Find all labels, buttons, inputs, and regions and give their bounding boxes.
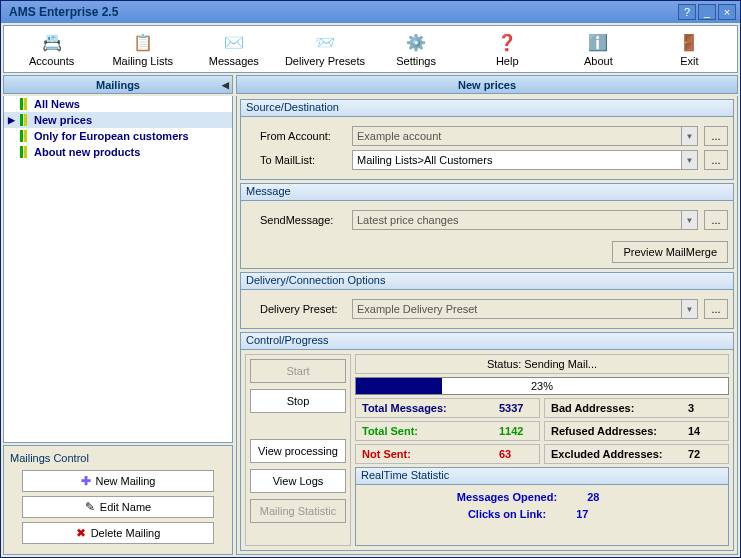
view-processing-button[interactable]: View processing xyxy=(250,439,346,463)
delivery-presets-icon: 📨 xyxy=(314,31,336,53)
help-button[interactable]: ? xyxy=(678,4,696,20)
send-message-browse[interactable]: ... xyxy=(704,210,728,230)
toolbar-about[interactable]: ℹ️About xyxy=(553,28,644,70)
delivery-preset-combo[interactable]: Example Delivery Preset▼ xyxy=(352,299,698,319)
stop-button[interactable]: Stop xyxy=(250,389,346,413)
excluded-addresses-stat: Excluded Addresses:72 xyxy=(544,444,729,464)
delivery-preset-label: Delivery Preset: xyxy=(246,303,346,315)
plus-icon: ✚ xyxy=(81,474,91,488)
help-icon: ❓ xyxy=(496,31,518,53)
toolbar-exit[interactable]: 🚪Exit xyxy=(644,28,735,70)
message-group: Message SendMessage: Latest price change… xyxy=(240,183,734,269)
total-sent-stat: Total Sent:1142 xyxy=(355,421,540,441)
progress-bar: 23% xyxy=(355,377,729,395)
mailing-item-european[interactable]: Only for European customers xyxy=(4,128,232,144)
minimize-button[interactable]: _ xyxy=(698,4,716,20)
chevron-down-icon: ▼ xyxy=(681,300,697,318)
preview-mailmerge-button[interactable]: Preview MailMerge xyxy=(612,241,728,263)
mailing-status-icon xyxy=(20,98,30,110)
chevron-down-icon: ▼ xyxy=(681,211,697,229)
edit-name-button[interactable]: ✎Edit Name xyxy=(22,496,214,518)
mailing-status-icon xyxy=(20,114,30,126)
settings-icon: ⚙️ xyxy=(405,31,427,53)
close-button[interactable]: × xyxy=(718,4,736,20)
delete-icon: ✖ xyxy=(76,526,86,540)
edit-icon: ✎ xyxy=(85,500,95,514)
toolbar-help[interactable]: ❓Help xyxy=(462,28,553,70)
right-column: New prices Source/Destination From Accou… xyxy=(236,75,738,555)
mailing-lists-icon: 📋 xyxy=(132,31,154,53)
exit-icon: 🚪 xyxy=(678,31,700,53)
source-destination-group: Source/Destination From Account: Example… xyxy=(240,99,734,180)
send-message-label: SendMessage: xyxy=(246,214,346,226)
new-mailing-button[interactable]: ✚New Mailing xyxy=(22,470,214,492)
messages-icon: ✉️ xyxy=(223,31,245,53)
mailing-item-new-prices[interactable]: ▶New prices xyxy=(4,112,232,128)
status-text: Status: Sending Mail... xyxy=(355,354,729,374)
bad-addresses-stat: Bad Addresses:3 xyxy=(544,398,729,418)
progress-area: Status: Sending Mail... 23% Total Messag… xyxy=(355,354,729,546)
to-maillist-combo[interactable]: Mailing Lists>All Customers▼ xyxy=(352,150,698,170)
from-account-label: From Account: xyxy=(246,130,346,142)
start-button: Start xyxy=(250,359,346,383)
control-buttons: Start Stop View processing View Logs Mai… xyxy=(245,354,351,546)
toolbar-settings[interactable]: ⚙️Settings xyxy=(371,28,462,70)
detail-title: New prices xyxy=(236,75,738,94)
left-column: Mailings ◀ All News ▶New prices Only for… xyxy=(3,75,233,555)
mailing-item-new-products[interactable]: About new products xyxy=(4,144,232,160)
control-progress-group: Control/Progress Start Stop View process… xyxy=(240,332,734,551)
app-window: AMS Enterprise 2.5 ? _ × 📇Accounts 📋Mail… xyxy=(0,0,741,558)
send-message-combo[interactable]: Latest price changes▼ xyxy=(352,210,698,230)
mailings-control-title: Mailings Control xyxy=(10,452,226,464)
to-maillist-label: To MailList: xyxy=(246,154,346,166)
about-icon: ℹ️ xyxy=(587,31,609,53)
delivery-preset-browse[interactable]: ... xyxy=(704,299,728,319)
mailings-panel-head: Mailings ◀ xyxy=(3,75,233,94)
not-sent-stat: Not Sent:63 xyxy=(355,444,540,464)
realtime-statistic-group: RealTime Statistic Messages Opened:28 Cl… xyxy=(355,467,729,546)
toolbar-messages[interactable]: ✉️Messages xyxy=(188,28,279,70)
main-toolbar: 📇Accounts 📋Mailing Lists ✉️Messages 📨Del… xyxy=(3,25,738,73)
detail-body: Source/Destination From Account: Example… xyxy=(236,96,738,555)
mailing-status-icon xyxy=(20,130,30,142)
accounts-icon: 📇 xyxy=(41,31,63,53)
view-logs-button[interactable]: View Logs xyxy=(250,469,346,493)
mailing-statistic-button: Mailing Statistic xyxy=(250,499,346,523)
from-account-combo[interactable]: Example account▼ xyxy=(352,126,698,146)
toolbar-mailing-lists[interactable]: 📋Mailing Lists xyxy=(97,28,188,70)
chevron-down-icon: ▼ xyxy=(681,151,697,169)
mailings-list[interactable]: All News ▶New prices Only for European c… xyxy=(3,96,233,443)
delete-mailing-button[interactable]: ✖Delete Mailing xyxy=(22,522,214,544)
refused-addresses-stat: Refused Addresses:14 xyxy=(544,421,729,441)
delivery-options-group: Delivery/Connection Options Delivery Pre… xyxy=(240,272,734,329)
chevron-down-icon: ▼ xyxy=(681,127,697,145)
toolbar-delivery-presets[interactable]: 📨Delivery Presets xyxy=(279,28,370,70)
to-maillist-browse[interactable]: ... xyxy=(704,150,728,170)
window-title: AMS Enterprise 2.5 xyxy=(5,5,678,19)
mailing-item-all-news[interactable]: All News xyxy=(4,96,232,112)
from-account-browse[interactable]: ... xyxy=(704,126,728,146)
mailing-status-icon xyxy=(20,146,30,158)
main-area: Mailings ◀ All News ▶New prices Only for… xyxy=(1,75,740,557)
collapse-icon[interactable]: ◀ xyxy=(222,80,229,90)
mailings-control-panel: Mailings Control ✚New Mailing ✎Edit Name… xyxy=(3,445,233,555)
total-messages-stat: Total Messages:5337 xyxy=(355,398,540,418)
title-bar: AMS Enterprise 2.5 ? _ × xyxy=(1,1,740,23)
toolbar-accounts[interactable]: 📇Accounts xyxy=(6,28,97,70)
